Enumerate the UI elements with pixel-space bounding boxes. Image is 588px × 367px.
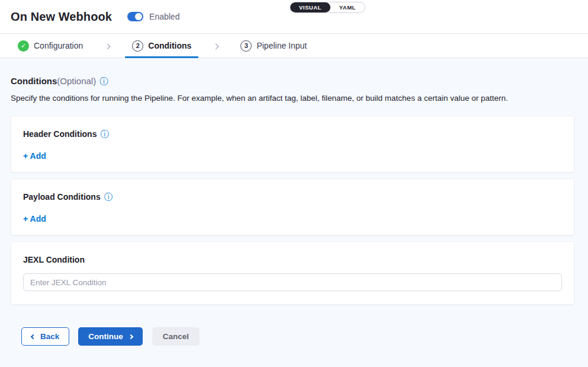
- payload-conditions-card: Payload Conditions ⓘ + Add: [11, 178, 574, 235]
- wizard-stepper: ✓ Configuration 2 Conditions 3 Pipeline …: [0, 34, 588, 58]
- tab-yaml[interactable]: YAML: [330, 2, 365, 12]
- step-conditions[interactable]: 2 Conditions: [125, 34, 198, 58]
- continue-button-label: Continue: [88, 332, 123, 341]
- section-heading: Conditions (Optional) ⓘ: [11, 76, 574, 86]
- back-button-label: Back: [40, 332, 59, 341]
- step-configuration-label: Configuration: [34, 41, 83, 50]
- conditions-panel: Conditions (Optional) ⓘ Specify the cond…: [0, 76, 588, 346]
- conditions-heading: Conditions: [11, 76, 57, 86]
- cancel-button-label: Cancel: [163, 332, 189, 341]
- add-header-condition-button[interactable]: + Add: [23, 151, 46, 161]
- conditions-description: Specify the conditions for running the P…: [11, 94, 574, 103]
- visual-yaml-toggle: VISUAL YAML: [290, 2, 365, 13]
- webhook-wizard-page: On New Webhook Enabled VISUAL YAML ✓ Con…: [0, 0, 588, 367]
- step-2-number-icon: 2: [132, 40, 143, 52]
- cancel-button[interactable]: Cancel: [152, 327, 200, 346]
- header-conditions-title: Header Conditions: [23, 129, 97, 139]
- optional-label: (Optional): [57, 76, 96, 86]
- payload-conditions-title: Payload Conditions: [23, 192, 101, 202]
- add-payload-condition-button[interactable]: + Add: [23, 214, 46, 224]
- tab-visual[interactable]: VISUAL: [290, 2, 330, 12]
- step-conditions-label: Conditions: [148, 41, 191, 50]
- top-header: On New Webhook Enabled VISUAL YAML: [0, 0, 588, 34]
- wizard-footer: Back Continue Cancel: [11, 327, 574, 346]
- enabled-toggle[interactable]: [127, 12, 143, 21]
- info-icon[interactable]: ⓘ: [99, 77, 108, 85]
- enabled-toggle-label: Enabled: [149, 12, 179, 21]
- step-pipeline-input-label: Pipeline Input: [256, 41, 307, 50]
- chevron-left-icon: [31, 334, 36, 339]
- header-conditions-card: Header Conditions ⓘ + Add: [11, 116, 574, 173]
- info-icon[interactable]: ⓘ: [104, 193, 113, 201]
- condition-cards: Header Conditions ⓘ + Add Payload Condit…: [11, 116, 574, 305]
- info-icon[interactable]: ⓘ: [100, 130, 108, 138]
- jexl-condition-card: JEXL Condition: [11, 241, 574, 305]
- check-circle-icon: ✓: [18, 40, 29, 52]
- jexl-condition-title: JEXL Condition: [23, 255, 85, 264]
- chevron-right-icon: [105, 40, 110, 51]
- chevron-right-icon: [214, 40, 218, 51]
- jexl-condition-input[interactable]: [23, 273, 562, 291]
- step-pipeline-input[interactable]: 3 Pipeline Input: [233, 34, 314, 58]
- step-3-number-icon: 3: [240, 40, 252, 52]
- page-title: On New Webhook: [11, 10, 112, 24]
- continue-button[interactable]: Continue: [78, 327, 143, 346]
- step-configuration[interactable]: ✓ Configuration: [11, 34, 90, 58]
- chevron-right-icon: [128, 334, 133, 339]
- back-button[interactable]: Back: [21, 327, 69, 346]
